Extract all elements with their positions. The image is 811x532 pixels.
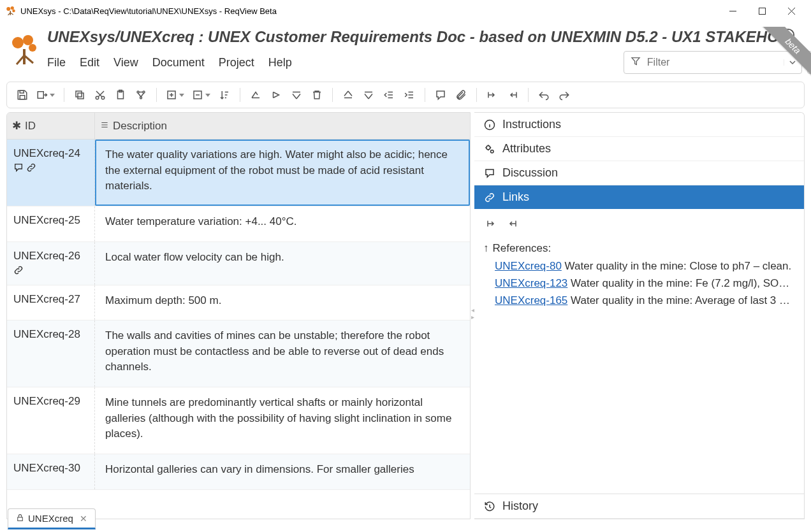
reference-text: Water quality in the mine: Close to ph7 … — [562, 260, 791, 272]
svg-rect-13 — [20, 96, 25, 99]
svg-point-23 — [140, 97, 142, 99]
cell-description[interactable]: Horizontal galleries can vary in dimensi… — [95, 454, 470, 489]
save-button[interactable] — [13, 86, 31, 104]
tab-close-button[interactable]: ✕ — [80, 514, 87, 524]
cell-id: UNEXcreq-28 — [7, 320, 95, 387]
svg-rect-29 — [18, 517, 23, 521]
table-row[interactable]: UNEXcreq-24The water quality variations … — [7, 140, 470, 206]
window-minimize-button[interactable] — [718, 1, 747, 20]
toolbar — [6, 82, 805, 108]
outdent-button[interactable] — [380, 86, 398, 104]
window-title: UNEXsys - C:\Data\ReqView\tutorial\UNEX\… — [20, 6, 277, 16]
section-discussion-label: Discussion — [502, 166, 558, 180]
section-discussion[interactable]: Discussion — [474, 161, 804, 185]
list-icon — [100, 120, 109, 133]
menu-file[interactable]: File — [47, 56, 66, 69]
app-header: UNEXsys/UNEXcreq : UNEX Customer Require… — [0, 22, 811, 79]
details-pane: Instructions Attributes Discussion Links… — [474, 112, 805, 519]
menu-view[interactable]: View — [113, 56, 138, 69]
column-header-id[interactable]: ✱ ID — [7, 113, 95, 139]
app-logo — [9, 32, 40, 71]
section-links[interactable]: Links — [474, 185, 804, 209]
undo-button[interactable] — [535, 86, 553, 104]
menu-document[interactable]: Document — [152, 56, 205, 69]
table-header: ✱ ID Description — [7, 113, 470, 140]
paste-button[interactable] — [112, 86, 129, 104]
upload-icon[interactable] — [779, 26, 797, 44]
cell-description[interactable]: Mine tunnels are predominantly vertical … — [95, 387, 470, 454]
cell-description[interactable]: Local water flow velocity can be high. — [95, 242, 470, 285]
reference-link[interactable]: UNEXcreq-165 — [495, 294, 567, 306]
indent-button[interactable] — [400, 86, 418, 104]
section-instructions[interactable]: Instructions — [474, 113, 804, 136]
menu-help[interactable]: Help — [268, 56, 292, 69]
cell-id: UNEXcreq-24 — [7, 140, 95, 206]
cell-id: UNEXcreq-26 — [7, 242, 95, 285]
copy-button[interactable] — [71, 86, 89, 104]
goto-outlink-button[interactable] — [483, 86, 501, 104]
document-tabs: UNEXcreq ✕ — [8, 508, 96, 529]
nav-down-button[interactable] — [360, 86, 377, 104]
cut-button[interactable] — [91, 86, 109, 104]
section-attributes[interactable]: Attributes — [474, 137, 804, 161]
app-icon — [5, 5, 17, 17]
sort-button[interactable] — [216, 86, 233, 104]
filter-input[interactable] — [647, 57, 784, 68]
filter-dropdown[interactable] — [784, 59, 801, 66]
svg-point-6 — [23, 35, 33, 45]
cell-id: UNEXcreq-30 — [7, 454, 95, 489]
reference-item: UNEXcreq-80 Water quality in the mine: C… — [483, 257, 795, 275]
column-header-description[interactable]: Description — [95, 113, 470, 139]
lock-icon[interactable] — [808, 26, 811, 44]
redo-button[interactable] — [555, 86, 573, 104]
section-history[interactable]: History — [474, 494, 804, 518]
add-button[interactable] — [163, 86, 187, 104]
tab-unexcreq[interactable]: UNEXcreq ✕ — [8, 508, 96, 529]
comment-button[interactable] — [432, 86, 449, 104]
cell-description[interactable]: The water quality variations are high. W… — [95, 140, 470, 206]
svg-rect-12 — [20, 90, 24, 93]
table-body[interactable]: UNEXcreq-24The water quality variations … — [7, 140, 470, 519]
reference-link[interactable]: UNEXcreq-123 — [495, 277, 567, 289]
tab-label: UNEXcreq — [28, 513, 73, 524]
cell-description[interactable]: Water temperature variation: +4... 40°C. — [95, 206, 470, 241]
table-row[interactable]: UNEXcreq-29Mine tunnels are predominantl… — [7, 387, 470, 454]
move-up-button[interactable] — [288, 86, 305, 104]
inlinks-icon[interactable] — [506, 218, 518, 232]
references-label: References: — [493, 242, 552, 255]
link-icon — [13, 265, 24, 278]
cell-description[interactable]: The walls and cavities of mines can be u… — [95, 320, 470, 387]
reference-item: UNEXcreq-123 Water quality in the mine: … — [483, 275, 795, 292]
table-row[interactable]: UNEXcreq-25Water temperature variation: … — [7, 206, 470, 242]
references-heading: ↑References: — [483, 242, 795, 255]
menu-edit[interactable]: Edit — [80, 56, 99, 69]
promote-button[interactable] — [247, 86, 265, 104]
attachment-button[interactable] — [452, 86, 470, 104]
reference-link[interactable]: UNEXcreq-80 — [495, 260, 562, 272]
filter-box — [624, 51, 802, 74]
main-split: ✱ ID Description UNEXcreq-24The water qu… — [0, 112, 811, 519]
export-button[interactable] — [34, 86, 57, 104]
section-links-label: Links — [502, 191, 529, 204]
delete-button[interactable] — [308, 86, 326, 104]
svg-point-0 — [6, 7, 10, 11]
link-button[interactable] — [132, 86, 150, 104]
nav-up-button[interactable] — [339, 86, 357, 104]
menu-project[interactable]: Project — [219, 56, 254, 69]
cell-description[interactable]: Maximum depth: 500 m. — [95, 285, 470, 320]
window-close-button[interactable] — [777, 1, 806, 20]
demote-button[interactable] — [267, 86, 285, 104]
table-row[interactable]: UNEXcreq-27Maximum depth: 500 m. — [7, 285, 470, 321]
svg-rect-16 — [76, 91, 82, 97]
svg-point-22 — [143, 91, 145, 93]
search-button[interactable] — [807, 51, 811, 74]
table-row[interactable]: UNEXcreq-26Local water flow velocity can… — [7, 242, 470, 285]
goto-inlink-button[interactable] — [504, 86, 522, 104]
remove-button[interactable] — [189, 86, 213, 104]
svg-point-2 — [12, 10, 15, 13]
table-row[interactable]: UNEXcreq-28The walls and cavities of min… — [7, 320, 470, 387]
table-row[interactable]: UNEXcreq-30Horizontal galleries can vary… — [7, 454, 470, 490]
outlinks-icon[interactable] — [486, 218, 497, 232]
window-maximize-button[interactable] — [747, 1, 777, 20]
svg-rect-4 — [759, 8, 765, 14]
